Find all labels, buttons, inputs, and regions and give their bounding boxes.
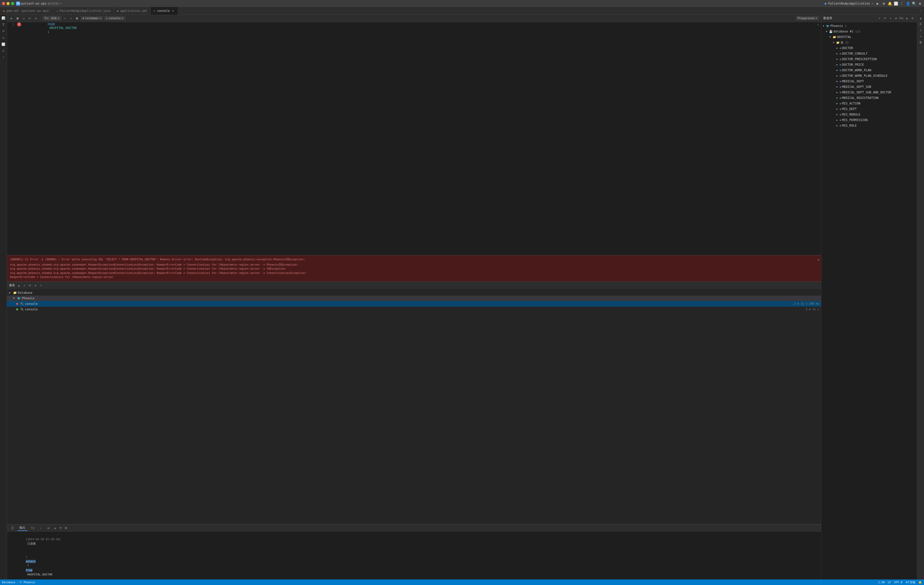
- console-1-icon: 🔌: [20, 302, 24, 306]
- more-icon[interactable]: ⋮: [900, 2, 904, 5]
- database-label: Database: [18, 291, 33, 294]
- rs-icon-2[interactable]: ☰: [918, 21, 923, 27]
- sidebar-icon-text[interactable]: T: [1, 22, 6, 27]
- db-doctor-prescription[interactable]: ▶ ⊞ DOCTOR_PRESCRIPTION: [821, 56, 917, 62]
- db-doctor-work-plan[interactable]: ▶ ⊞ DOCTOR_WORK_PLAN: [821, 68, 917, 73]
- service-eye-icon[interactable]: 👁: [28, 283, 32, 288]
- service-close-icon[interactable]: ✕: [22, 283, 27, 288]
- db-mis-role[interactable]: ▶ ⊞ MIS_ROLE: [821, 123, 917, 128]
- db-tables[interactable]: ▼ 📁 表 23: [821, 40, 917, 45]
- db-mis-permission[interactable]: ▶ ⊞ MIS_PERMISSION: [821, 117, 917, 123]
- db-hospital[interactable]: ▼ 📁 HOSPITAL: [821, 34, 917, 40]
- sidebar-icon-bolt[interactable]: ⚡: [1, 55, 6, 60]
- run-query-button[interactable]: ▶: [9, 16, 14, 21]
- bottom-up-icon[interactable]: ▲: [53, 526, 58, 530]
- tx-dropdown[interactable]: Tx: 自动 ▾: [43, 16, 61, 21]
- schema-dropdown[interactable]: ⊕ <schema> ▾: [81, 16, 103, 20]
- indent-label[interactable]: 4个空格: [905, 580, 916, 584]
- service-expand-icon[interactable]: +: [39, 283, 43, 288]
- tab-console[interactable]: ▷ console ✕: [151, 7, 178, 15]
- db-medical-dept-sub-doctor[interactable]: ▶ ⊞ MEDICAL_DEPT_SUB_AND_DOCTOR: [821, 89, 917, 95]
- db-add-icon[interactable]: +: [877, 16, 882, 21]
- db-medical-dept-sub[interactable]: ▶ ⊞ MEDICAL_DEPT_SUB: [821, 84, 917, 89]
- service-add-icon[interactable]: ⊕: [33, 283, 38, 288]
- project-selector[interactable]: PA patient-wx-api 版本控制 ▾: [16, 2, 61, 5]
- grid-tab[interactable]: ⊞: [46, 526, 51, 530]
- user-icon[interactable]: 👤: [906, 2, 910, 5]
- tab-java[interactable]: ☕ PatientWxApiApplication.java: [53, 7, 114, 15]
- config-icon[interactable]: ⊞: [882, 2, 886, 5]
- db-view-icon[interactable]: 👁: [911, 16, 915, 21]
- sidebar-icon-circle[interactable]: ◎: [1, 35, 6, 40]
- db-phoenix[interactable]: ▼ 🐦 Phoenix 1: [821, 23, 917, 29]
- stop-button[interactable]: ⏹: [74, 16, 79, 21]
- output-content[interactable]: [2024-02-20 07:10:10] 已连接 > select * fro…: [7, 532, 821, 580]
- tab-yaml[interactable]: ◈ application.yml: [114, 7, 151, 15]
- line-ending[interactable]: LF: [888, 580, 891, 584]
- error-detail-3: org.apache.phoenix.shaded.org.apache.zoo…: [10, 271, 818, 275]
- rs-icon-3[interactable]: ↕: [918, 28, 923, 33]
- rs-icon-1[interactable]: ▲: [918, 16, 923, 21]
- undo-button[interactable]: ↩: [63, 16, 68, 21]
- maximize-button[interactable]: [11, 2, 14, 5]
- search-icon[interactable]: 🔍: [912, 2, 916, 5]
- playground-dropdown[interactable]: Playground ▾: [796, 16, 819, 20]
- window-icon[interactable]: ⬜: [894, 2, 898, 5]
- check-tab[interactable]: ✓: [38, 526, 44, 530]
- tx-tab[interactable]: Tx: [29, 526, 36, 530]
- stop-query-button[interactable]: ⏹: [15, 16, 20, 21]
- breadcrumb-phoenix[interactable]: Phoenix: [24, 581, 35, 584]
- db-mis-dept[interactable]: ▶ ⊞ MIS_DEPT: [821, 106, 917, 112]
- bottom-clear-icon[interactable]: 🗑: [64, 526, 68, 530]
- db-refresh-icon[interactable]: ⟳: [883, 16, 887, 21]
- md-expand-icon: ▶: [837, 80, 839, 83]
- close-error-button[interactable]: ✕: [818, 257, 820, 262]
- rs-icon-4[interactable]: ↔: [918, 34, 923, 39]
- sidebar-icon-chart[interactable]: 📊: [1, 16, 6, 21]
- db-doctor-consult[interactable]: ▶ ⊞ DOCTOR_CONSULT: [821, 51, 917, 56]
- tree-console-1[interactable]: 🔌 console 2 m 11 s 288 ms: [7, 301, 821, 307]
- db-mis-action[interactable]: ▶ ⊞ MIS_ACTION: [821, 101, 917, 106]
- tree-phoenix[interactable]: ▼ 🐦 Phoenix: [7, 296, 821, 301]
- db-database1[interactable]: ▼ 💾 database #1 1/2: [821, 29, 917, 34]
- db-doctor-price[interactable]: ▶ ⊞ DOCTOR_PRICE: [821, 62, 917, 68]
- sidebar-icon-refresh[interactable]: ⟳: [1, 29, 6, 34]
- notifications-icon[interactable]: 🔔: [919, 580, 922, 584]
- db-ddl-button[interactable]: DDL: [899, 16, 904, 21]
- db-doctor-work-plan-schedule[interactable]: ▶ ⊞ DOCTOR_WORK_PLAN_SCHEDULE: [821, 73, 917, 79]
- rs-icon-5[interactable]: 🗑: [918, 40, 923, 45]
- tab-pom[interactable]: ◈ pom.xml (patient-wx-api): [0, 7, 53, 15]
- output-tab[interactable]: ☰: [9, 526, 16, 530]
- breadcrumb-database[interactable]: Database: [2, 581, 15, 584]
- tree-console-2[interactable]: 🔌 console 2 m 11 s: [7, 307, 821, 312]
- line-content-1[interactable]: SELECT * FROM HOSPITAL.DOCTOR ;: [22, 22, 77, 37]
- db-download-icon[interactable]: ⬇: [888, 16, 893, 21]
- db-run-icon[interactable]: ▶: [905, 16, 909, 21]
- more-tabs-button[interactable]: ⋮: [917, 9, 924, 13]
- sidebar-icon-info[interactable]: ℹ: [1, 48, 6, 53]
- db-mis-module[interactable]: ▶ ⊞ MIS_MODULE: [821, 112, 917, 117]
- db-medical-registration[interactable]: ▶ ⊞ MEDICAL_REGISTRATION: [821, 95, 917, 101]
- console-dropdown[interactable]: ▷ console ▾: [104, 16, 125, 20]
- query-settings-button[interactable]: ⚙: [33, 16, 38, 21]
- db-doctor[interactable]: ▶ ⊞ DOCTOR: [821, 45, 917, 51]
- refresh-button[interactable]: ⟳: [27, 16, 32, 21]
- close-button[interactable]: [2, 2, 5, 5]
- tree-database[interactable]: ▶ 📁 Database: [7, 290, 821, 296]
- redo-button[interactable]: ↪: [68, 16, 73, 21]
- rerun-button[interactable]: ↺: [21, 16, 26, 21]
- encoding[interactable]: UTF-8: [894, 580, 903, 584]
- minimize-button[interactable]: [7, 2, 10, 5]
- output-text-tab[interactable]: 输出: [17, 525, 27, 531]
- ma-expand-icon: ▶: [837, 102, 839, 105]
- editor-upper[interactable]: 1 ! SELECT * FROM HOSPITAL.DOCTOR ; ✓: [7, 22, 821, 255]
- service-up-icon[interactable]: ▲: [16, 283, 21, 288]
- bottom-down-icon[interactable]: ▼: [58, 526, 63, 530]
- db-grid-icon[interactable]: ⊞: [894, 16, 898, 21]
- run-icon[interactable]: ▶: [876, 2, 880, 5]
- close-tab-button[interactable]: ✕: [172, 9, 175, 13]
- sidebar-icon-square[interactable]: ⬜: [1, 42, 6, 47]
- db-medical-dept[interactable]: ▶ ⊞ MEDICAL_DEPT: [821, 79, 917, 84]
- notification-icon[interactable]: 🔔: [888, 2, 892, 5]
- settings-icon[interactable]: ⚙: [918, 2, 922, 5]
